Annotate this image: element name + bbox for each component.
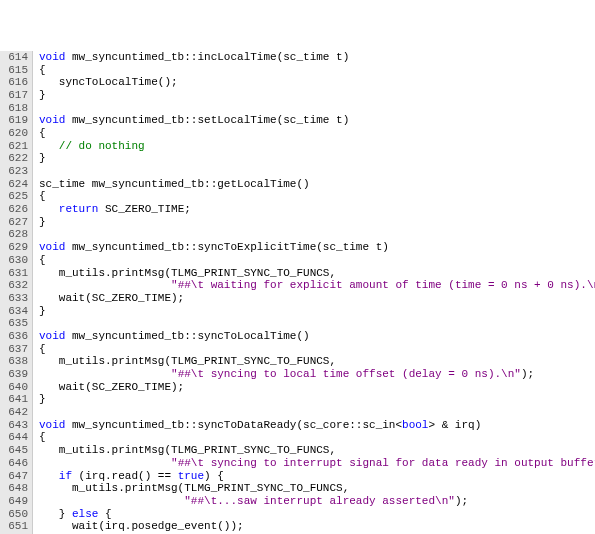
text-token: mw_syncuntimed_tb::syncToExplicitTime(sc… <box>65 241 388 253</box>
text-token: ); <box>455 495 468 507</box>
line-number: 638 <box>4 355 28 368</box>
code-line: void mw_syncuntimed_tb::syncToDataReady(… <box>39 419 595 432</box>
keyword-token: void <box>39 114 65 126</box>
text-token: sc_time mw_syncuntimed_tb::getLocalTime(… <box>39 178 310 190</box>
line-number: 626 <box>4 203 28 216</box>
code-line: void mw_syncuntimed_tb::incLocalTime(sc_… <box>39 51 595 64</box>
text-token: syncToLocalTime(); <box>39 76 178 88</box>
line-number: 646 <box>4 457 28 470</box>
text-token <box>39 368 171 380</box>
line-number: 616 <box>4 76 28 89</box>
text-token: } <box>39 393 46 405</box>
line-number-gutter: 6146156166176186196206216226236246256266… <box>0 51 33 534</box>
text-token: mw_syncuntimed_tb::syncToDataReady(sc_co… <box>65 419 402 431</box>
line-number: 629 <box>4 241 28 254</box>
text-token <box>39 470 59 482</box>
keyword-token: void <box>39 419 65 431</box>
line-number: 619 <box>4 114 28 127</box>
text-token: { <box>39 190 46 202</box>
text-token: { <box>39 127 46 139</box>
code-line: "##\t waiting for explicit amount of tim… <box>39 279 595 292</box>
code-line: void mw_syncuntimed_tb::syncToLocalTime(… <box>39 330 595 343</box>
line-number: 614 <box>4 51 28 64</box>
code-line: void mw_syncuntimed_tb::setLocalTime(sc_… <box>39 114 595 127</box>
keyword-token: void <box>39 241 65 253</box>
line-number: 649 <box>4 495 28 508</box>
text-token: wait(SC_ZERO_TIME); <box>39 381 184 393</box>
line-number: 632 <box>4 279 28 292</box>
line-number: 640 <box>4 381 28 394</box>
line-number: 620 <box>4 127 28 140</box>
code-line: { <box>39 343 595 356</box>
code-line: return SC_ZERO_TIME; <box>39 203 595 216</box>
code-line: m_utils.printMsg(TLMG_PRINT_SYNC_TO_FUNC… <box>39 267 595 280</box>
text-token: ) { <box>204 470 224 482</box>
code-line: m_utils.printMsg(TLMG_PRINT_SYNC_TO_FUNC… <box>39 355 595 368</box>
code-line: wait(SC_ZERO_TIME); <box>39 381 595 394</box>
text-token: } <box>39 305 46 317</box>
code-line: { <box>39 127 595 140</box>
line-number: 642 <box>4 406 28 419</box>
code-line: // do nothing <box>39 140 595 153</box>
line-number: 621 <box>4 140 28 153</box>
text-token: { <box>39 431 46 443</box>
line-number: 627 <box>4 216 28 229</box>
code-line <box>39 102 595 115</box>
code-line: { <box>39 190 595 203</box>
line-number: 624 <box>4 178 28 191</box>
text-token: } <box>39 216 46 228</box>
code-line <box>39 406 595 419</box>
text-token <box>39 495 184 507</box>
text-token: } <box>39 508 72 520</box>
code-line: } <box>39 393 595 406</box>
line-number: 643 <box>4 419 28 432</box>
line-number: 639 <box>4 368 28 381</box>
text-token <box>39 457 171 469</box>
code-line: } <box>39 89 595 102</box>
line-number: 644 <box>4 431 28 444</box>
code-area: void mw_syncuntimed_tb::incLocalTime(sc_… <box>33 51 595 534</box>
text-token: { <box>39 343 46 355</box>
line-number: 633 <box>4 292 28 305</box>
line-number: 648 <box>4 482 28 495</box>
keyword-token: void <box>39 51 65 63</box>
code-line: } <box>39 216 595 229</box>
code-line: wait(SC_ZERO_TIME); <box>39 292 595 305</box>
string-token: "##\t syncing to interrupt signal for da… <box>171 457 595 469</box>
text-token: m_utils.printMsg(TLMG_PRINT_SYNC_TO_FUNC… <box>39 355 336 367</box>
code-line: void mw_syncuntimed_tb::syncToExplicitTi… <box>39 241 595 254</box>
text-token: m_utils.printMsg(TLMG_PRINT_SYNC_TO_FUNC… <box>39 482 349 494</box>
code-line: { <box>39 431 595 444</box>
text-token: mw_syncuntimed_tb::incLocalTime(sc_time … <box>65 51 349 63</box>
line-number: 634 <box>4 305 28 318</box>
line-number: 645 <box>4 444 28 457</box>
keyword-token: bool <box>402 419 428 431</box>
keyword-token: if <box>59 470 72 482</box>
line-number: 615 <box>4 64 28 77</box>
code-line <box>39 317 595 330</box>
text-token: wait(SC_ZERO_TIME); <box>39 292 184 304</box>
keyword-token: void <box>39 330 65 342</box>
line-number: 650 <box>4 508 28 521</box>
line-number: 623 <box>4 165 28 178</box>
code-line: syncToLocalTime(); <box>39 76 595 89</box>
text-token: (irq.read() == <box>72 470 178 482</box>
line-number: 631 <box>4 267 28 280</box>
string-token: "##\t waiting for explicit amount of tim… <box>171 279 595 291</box>
code-line <box>39 165 595 178</box>
text-token: mw_syncuntimed_tb::setLocalTime(sc_time … <box>65 114 349 126</box>
text-token: m_utils.printMsg(TLMG_PRINT_SYNC_TO_FUNC… <box>39 267 336 279</box>
keyword-token: true <box>178 470 204 482</box>
text-token <box>39 203 59 215</box>
line-number: 636 <box>4 330 28 343</box>
text-token: m_utils.printMsg(TLMG_PRINT_SYNC_TO_FUNC… <box>39 444 336 456</box>
line-number: 635 <box>4 317 28 330</box>
line-number: 637 <box>4 343 28 356</box>
keyword-token: return <box>59 203 99 215</box>
text-token: } <box>39 89 46 101</box>
keyword-token: else <box>72 508 98 520</box>
text-token: SC_ZERO_TIME; <box>98 203 190 215</box>
code-line <box>39 228 595 241</box>
code-line: { <box>39 64 595 77</box>
text-token: wait(irq.posedge_event()); <box>39 520 244 532</box>
